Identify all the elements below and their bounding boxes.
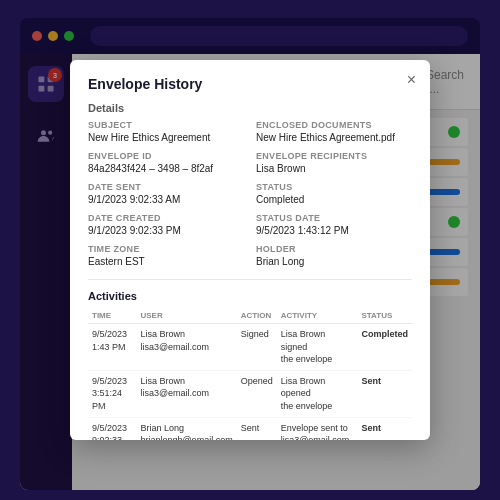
holder-group: Holder Brian Long [256,244,412,269]
activities-title: Activities [88,290,412,302]
enclosed-docs-value: New Hire Ethics Agreement.pdf [256,131,412,145]
activity-action: Opened [237,370,277,417]
activity-status: Completed [357,324,412,371]
activity-action: Sent [237,417,277,440]
activity-row: 9/5/2023 3:51:24 PMLisa Brown lisa3@emai… [88,370,412,417]
subject-label: Subject [88,120,244,130]
time-zone-value: Eastern EST [88,255,244,269]
status-date-group: Status Date 9/5/2023 1:43:12 PM [256,213,412,238]
col-action: ACTION [237,308,277,324]
activities-table: TIME USER ACTION ACTIVITY STATUS 9/5/202… [88,308,412,440]
modal-overlay[interactable]: Envelope History × Details Subject New H… [0,0,500,500]
recipients-group: Envelope Recipients Lisa Brown [256,151,412,176]
status-date-label: Status Date [256,213,412,223]
recipients-value: Lisa Brown [256,162,412,176]
time-zone-group: Time Zone Eastern EST [88,244,244,269]
activity-row: 9/5/2023 9:02:33 AMBrian Long brianlongb… [88,417,412,440]
activity-user: Brian Long brianlongb@email.com [136,417,236,440]
subject-value: New Hire Ethics Agreement [88,131,244,145]
activity-description: Lisa Brown signed the envelope [277,324,358,371]
envelope-id-value: 84a2843f424 – 3498 – 8f2af [88,162,244,176]
status-date-value: 9/5/2023 1:43:12 PM [256,224,412,238]
envelope-id-group: Envelope ID 84a2843f424 – 3498 – 8f2af [88,151,244,176]
date-created-value: 9/1/2023 9:02:33 PM [88,224,244,238]
activity-description: Lisa Brown opened the envelope [277,370,358,417]
holder-label: Holder [256,244,412,254]
col-activity: ACTIVITY [277,308,358,324]
enclosed-docs-group: Enclosed Documents New Hire Ethics Agree… [256,120,412,145]
subject-group: Subject New Hire Ethics Agreement [88,120,244,145]
recipients-label: Envelope Recipients [256,151,412,161]
details-grid: Subject New Hire Ethics Agreement Enclos… [88,120,412,269]
status-group: Status Completed [256,182,412,207]
envelope-history-modal: Envelope History × Details Subject New H… [70,60,430,440]
status-value: Completed [256,193,412,207]
activity-status: Sent [357,370,412,417]
col-time: TIME [88,308,136,324]
activity-time: 9/5/2023 1:43 PM [88,324,136,371]
date-sent-label: Date Sent [88,182,244,192]
status-label: Status [256,182,412,192]
envelope-id-label: Envelope ID [88,151,244,161]
date-sent-group: Date Sent 9/1/2023 9:02:33 AM [88,182,244,207]
time-zone-label: Time Zone [88,244,244,254]
enclosed-docs-label: Enclosed Documents [256,120,412,130]
modal-close-button[interactable]: × [407,72,416,88]
modal-title: Envelope History [88,76,412,92]
activity-action: Signed [237,324,277,371]
holder-value: Brian Long [256,255,412,269]
divider [88,279,412,280]
activity-description: Envelope sent to lisa3@email.com [277,417,358,440]
activity-time: 9/5/2023 3:51:24 PM [88,370,136,417]
activity-time: 9/5/2023 9:02:33 AM [88,417,136,440]
date-created-label: Date Created [88,213,244,223]
col-user: USER [136,308,236,324]
col-status: STATUS [357,308,412,324]
activity-user: Lisa Brown lisa3@email.com [136,324,236,371]
date-created-group: Date Created 9/1/2023 9:02:33 PM [88,213,244,238]
activity-user: Lisa Brown lisa3@email.com [136,370,236,417]
activity-row: 9/5/2023 1:43 PMLisa Brown lisa3@email.c… [88,324,412,371]
activity-status: Sent [357,417,412,440]
date-sent-value: 9/1/2023 9:02:33 AM [88,193,244,207]
details-section-title: Details [88,102,412,114]
